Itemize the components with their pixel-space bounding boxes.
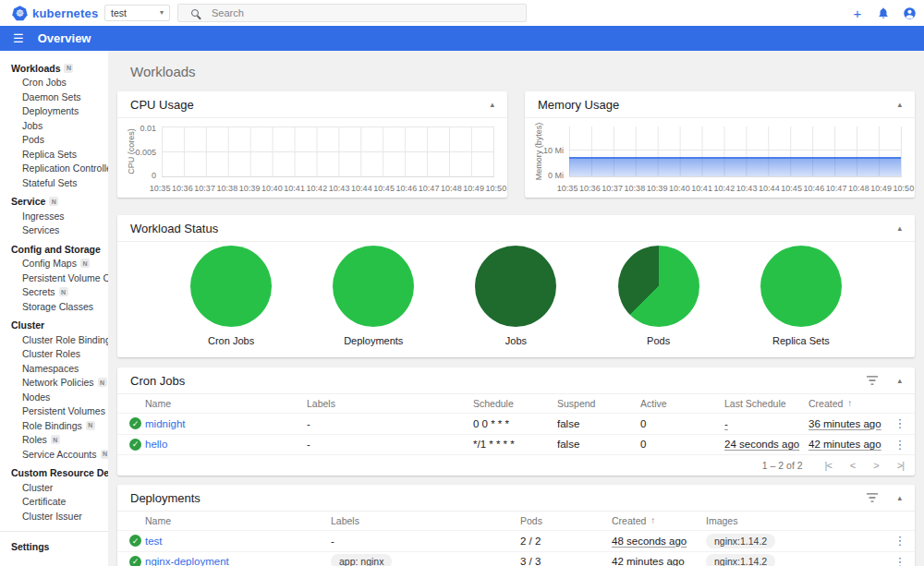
sidebar-item[interactable]: Cluster Role Bindings: [0, 332, 108, 347]
column-header-created[interactable]: Created: [808, 398, 885, 409]
row-menu-icon[interactable]: [885, 555, 915, 566]
sidebar-item-label: Certificate: [22, 496, 66, 507]
sidebar-item-label: Role Bindings: [22, 420, 82, 431]
row-menu-icon[interactable]: [885, 438, 915, 452]
column-header[interactable]: Name: [145, 398, 307, 409]
cpu-card-header: CPU Usage: [117, 91, 507, 118]
filter-button[interactable]: [866, 375, 879, 386]
sidebar-item[interactable]: Network Policies N: [0, 376, 108, 391]
brand-name: kubernetes: [32, 6, 98, 20]
x-axis-tick: 10:49: [463, 184, 485, 193]
collapse-icon[interactable]: [897, 377, 902, 385]
pie-chart: [618, 246, 699, 327]
namespaced-badge: N: [59, 287, 68, 296]
sidebar-item[interactable]: Cluster Issuer: [0, 509, 108, 524]
sidebar-item[interactable]: Workloads N: [0, 61, 108, 76]
notifications-button[interactable]: [874, 4, 893, 22]
workload-status-card: Workload Status Cron Jobs Deployments Jo…: [117, 215, 915, 357]
x-axis-tick: 10:40: [668, 184, 690, 193]
sidebar-item[interactable]: Services: [0, 223, 108, 238]
sidebar-item[interactable]: Role Bindings N: [0, 418, 108, 433]
sidebar-item[interactable]: Namespaces: [0, 361, 108, 376]
sidebar-item[interactable]: Stateful Sets: [0, 175, 108, 190]
pagination-bar: 1 – 2 of 2: [117, 455, 915, 476]
sidebar-item[interactable]: Roles N: [0, 433, 108, 448]
deployment-name-link[interactable]: test: [145, 536, 331, 547]
column-header-label: Created: [612, 515, 646, 526]
first-page-icon[interactable]: [825, 460, 832, 471]
column-header[interactable]: Name: [145, 515, 331, 526]
sidebar-item[interactable]: Storage Classes: [0, 299, 108, 314]
namespaced-badge: N: [80, 259, 90, 268]
column-header[interactable]: Images: [706, 515, 885, 526]
sidebar-item[interactable]: Certificate: [0, 495, 108, 510]
sidebar-item[interactable]: Settings: [0, 537, 108, 556]
sidebar-item[interactable]: Daemon Sets: [0, 90, 108, 104]
search-input[interactable]: [210, 6, 526, 19]
create-resource-button[interactable]: [848, 4, 867, 22]
collapse-icon[interactable]: [897, 494, 902, 502]
gridline: [162, 151, 493, 152]
sidebar-item[interactable]: Persistent Volume Claims N: [0, 271, 108, 285]
filter-button[interactable]: [866, 492, 879, 503]
cron-job-name-link[interactable]: midnight: [145, 418, 307, 429]
account-button[interactable]: [900, 4, 918, 22]
sidebar-item[interactable]: Cron Jobs: [0, 76, 108, 90]
row-menu-icon[interactable]: [885, 534, 915, 548]
namespace-selector[interactable]: test: [104, 5, 170, 21]
column-header[interactable]: Suspend: [557, 398, 640, 409]
cron-job-name-link[interactable]: hello: [145, 439, 307, 450]
sidebar-item[interactable]: Custom Resource Definitions: [0, 466, 108, 481]
cpu-usage-card: CPU Usage CPU (cores) 0.01 0.005 0 10:35…: [117, 91, 507, 198]
sidebar-item[interactable]: Secrets N: [0, 285, 108, 300]
sidebar-item[interactable]: Config and Storage: [0, 242, 108, 257]
sidebar-item[interactable]: Cluster Roles: [0, 347, 108, 362]
sidebar-item[interactable]: Persistent Volumes: [0, 404, 108, 419]
created-cell: 42 minutes ago: [808, 439, 885, 450]
sidebar-item[interactable]: Cluster: [0, 480, 108, 495]
sidebar-item-label: Stateful Sets: [22, 177, 78, 188]
namespaced-badge: N: [98, 378, 107, 387]
pie-pods: Pods: [618, 246, 699, 346]
last-page-icon[interactable]: [897, 460, 904, 471]
collapse-icon[interactable]: [897, 224, 902, 233]
column-header-created[interactable]: Created: [612, 515, 706, 526]
sidebar-item[interactable]: Service Accounts N: [0, 447, 108, 462]
sidebar-item-label: Network Policies: [22, 377, 94, 388]
sidebar-item[interactable]: Nodes: [0, 390, 108, 404]
sidebar-item[interactable]: Replication Controllers: [0, 162, 108, 176]
next-page-icon[interactable]: [873, 460, 878, 471]
sidebar-item[interactable]: Ingresses: [0, 209, 108, 223]
deployments-header: Deployments: [117, 485, 915, 512]
sidebar-item[interactable]: Deployments: [0, 104, 108, 119]
sidebar-item-label: Namespaces: [22, 363, 79, 374]
sidebar-item[interactable]: Pods: [0, 133, 108, 148]
menu-icon[interactable]: [13, 32, 24, 44]
sidebar-item-label: Persistent Volume Claims: [22, 272, 108, 283]
x-axis-tick: 10:43: [736, 184, 758, 193]
namespaced-badge: N: [64, 64, 73, 73]
sidebar-item[interactable]: Service N: [0, 195, 108, 210]
sidebar-item[interactable]: Jobs: [0, 118, 108, 133]
column-header[interactable]: Active: [640, 398, 724, 409]
page-title: Workloads: [130, 64, 915, 79]
namespaced-badge: N: [51, 435, 60, 444]
collapse-icon[interactable]: [897, 101, 902, 109]
row-menu-icon[interactable]: [885, 416, 915, 430]
column-header[interactable]: Labels: [331, 515, 520, 526]
kubernetes-logo[interactable]: ☸ kubernetes: [12, 0, 98, 26]
sidebar-item[interactable]: Config Maps N: [0, 257, 108, 271]
sidebar-item[interactable]: Cluster: [0, 319, 108, 333]
collapse-icon[interactable]: [490, 101, 494, 109]
previous-page-icon[interactable]: [850, 460, 855, 471]
chevron-down-icon: [160, 9, 164, 17]
sidebar-item[interactable]: Replica Sets: [0, 147, 108, 162]
deployment-name-link[interactable]: nginx-deployment: [145, 556, 331, 566]
column-header[interactable]: Pods: [520, 515, 612, 526]
sidebar-item[interactable]: About: [0, 560, 108, 566]
column-header[interactable]: Schedule: [473, 398, 557, 409]
x-axis-tick: 10:39: [646, 184, 668, 193]
column-header[interactable]: Last Schedule: [724, 398, 808, 409]
pie-chart: [475, 246, 556, 327]
column-header[interactable]: Labels: [307, 398, 473, 409]
